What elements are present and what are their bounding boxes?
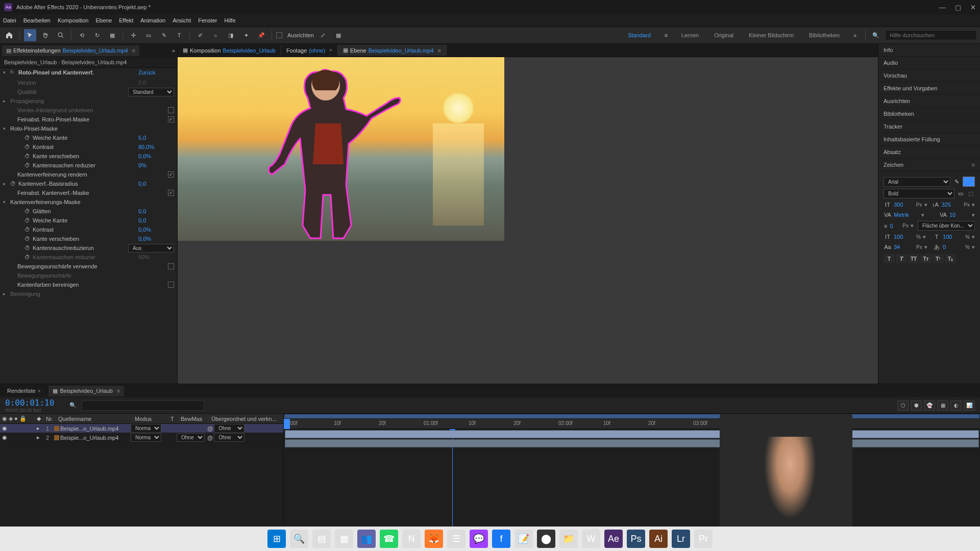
blend-mode[interactable]: Normal [131, 433, 161, 442]
menu-hilfe[interactable]: Hilfe [225, 17, 236, 23]
rect-tool[interactable]: ▭ [142, 29, 155, 41]
parent-select[interactable]: Ohne [214, 424, 244, 433]
character-panel-header[interactable]: Zeichen≡ [878, 159, 980, 171]
snap-options[interactable]: ⤢ [317, 29, 329, 41]
font-family-select[interactable]: Arial [884, 177, 950, 187]
timeline-ruler[interactable]: :00f10f20f01:00f10f20f02:00f10f20f03:00f… [284, 419, 980, 429]
eyedropper-icon[interactable]: ✎ [952, 178, 961, 186]
stroke-width[interactable]: 0 [890, 223, 900, 229]
taskbar-tasks[interactable]: ▤ [312, 530, 331, 548]
taskbar-n[interactable]: N [402, 530, 421, 548]
eraser-tool[interactable]: ◨ [225, 29, 237, 41]
text-tool[interactable]: T [173, 29, 185, 41]
prop-dropdown[interactable]: Standard [128, 88, 174, 96]
clone-tool[interactable]: ⟐ [209, 29, 222, 41]
menu-animation[interactable]: Animation [140, 17, 165, 23]
roto-tool[interactable]: ✦ [240, 29, 252, 41]
prop-value[interactable]: 5,0 [138, 135, 174, 141]
timecode[interactable]: 0:00:01:10 [0, 398, 59, 408]
prop-value[interactable]: 0,0 [138, 208, 174, 214]
draft-3d[interactable]: ⬢ [911, 400, 922, 411]
stopwatch-icon[interactable]: ⏱ [10, 181, 16, 187]
taskbar-ae[interactable]: Ae [604, 530, 623, 548]
help-search[interactable] [885, 30, 977, 40]
parent-select[interactable]: Ohne [214, 433, 244, 442]
stopwatch-icon[interactable]: ⏱ [24, 227, 31, 233]
reset-link[interactable]: Zurück [138, 69, 174, 76]
stopwatch-icon[interactable]: ⏱ [24, 254, 31, 260]
prop-dropdown[interactable]: Aus [128, 244, 174, 253]
taskbar-pr[interactable]: Pr [694, 530, 713, 548]
stroke-sw-icon[interactable]: ▭ [957, 190, 965, 198]
fx-icon[interactable]: fx [10, 69, 16, 76]
prop-value[interactable]: 50% [138, 254, 174, 260]
prop-value[interactable]: 0% [138, 162, 174, 168]
vscale[interactable]: 100 [894, 234, 914, 240]
search-icon-tl[interactable]: 🔍 [69, 402, 77, 409]
taskbar-ai[interactable]: Ai [649, 530, 668, 548]
brush-tool[interactable]: ✐ [194, 29, 206, 41]
pen-tool[interactable]: ✎ [158, 29, 170, 41]
prop-value[interactable]: 0,0 [138, 217, 174, 223]
panel-menu-icon[interactable]: ▤ [6, 47, 11, 54]
stopwatch-icon[interactable]: ⏱ [24, 245, 31, 251]
taskbar-widgets[interactable]: ▦ [335, 530, 353, 548]
taskbar-ps[interactable]: Ps [627, 530, 645, 548]
layer-row[interactable]: ◉▸1Beispie...o_Urlaub.mp4Normal@Ohne [0, 424, 283, 433]
taskbar-files[interactable]: 📁 [559, 530, 578, 548]
workspace-lernen[interactable]: Lernen [681, 32, 699, 38]
prop-value[interactable]: 0,0 [138, 181, 174, 187]
font-weight-select[interactable]: Bold [884, 189, 954, 198]
prop-checkbox[interactable] [168, 171, 174, 178]
prop-checkbox[interactable] [168, 263, 174, 269]
leading-value[interactable]: 325 [941, 202, 962, 208]
viewer-tab[interactable]: ▦Komposition Beispielvideo_Urlaub [178, 45, 281, 56]
tsume[interactable]: 0 [943, 244, 963, 250]
tab-menu-icon[interactable]: ≡ [132, 47, 135, 54]
comp-flowchart[interactable]: ⬡ [897, 400, 909, 411]
effect-controls-tab[interactable]: ▤ Effekteinstellungen Beispielvideo_Urla… [2, 45, 139, 56]
orbit-tool[interactable]: ⟲ [76, 29, 88, 41]
stopwatch-icon[interactable]: ⏱ [24, 144, 31, 150]
subscript[interactable]: T₁ [945, 254, 956, 263]
twirl-icon[interactable]: ▸ [3, 98, 8, 104]
panel-absatz[interactable]: Absatz [878, 146, 980, 159]
taskbar-teams[interactable]: 👥 [357, 530, 376, 548]
maximize-button[interactable]: ▢ [955, 4, 961, 11]
menu-bearbeiten[interactable]: Bearbeiten [23, 17, 51, 23]
minimize-button[interactable]: — [939, 4, 946, 11]
faux-bold[interactable]: T [884, 254, 895, 263]
panel-bibliotheken[interactable]: Bibliotheken [878, 108, 980, 120]
font-size[interactable]: 300 [894, 202, 914, 208]
prop-checkbox[interactable] [168, 116, 174, 122]
workspace-original[interactable]: Original [714, 32, 733, 38]
comp-timeline-tab[interactable]: ▦Beispielvideo_Urlaub≡ [48, 386, 124, 396]
all-caps[interactable]: TT [908, 254, 919, 263]
anchor-tool[interactable]: ✢ [127, 29, 139, 41]
pickwhip-icon[interactable]: @ [207, 425, 213, 432]
hand-tool[interactable] [39, 29, 52, 41]
close-tab-icon[interactable]: × [38, 388, 41, 394]
kerning[interactable]: Metrik [894, 212, 919, 218]
hscale[interactable]: 100 [943, 234, 963, 240]
layer-twirl[interactable]: ▸ [35, 425, 44, 432]
camera-tool[interactable]: ▦ [106, 29, 118, 41]
snap-grid[interactable]: ▦ [332, 29, 345, 41]
motion-blur[interactable]: ◐ [950, 400, 962, 411]
twirl-icon[interactable]: ▸ [3, 181, 8, 186]
taskbar-notes[interactable]: 📝 [514, 530, 533, 548]
menu-effekt[interactable]: Effekt [119, 17, 133, 23]
viewer-tab[interactable]: Footage (ohne)× [281, 45, 338, 56]
visibility-icon[interactable]: ◉ [2, 434, 8, 441]
search-icon[interactable]: 🔍 [870, 29, 882, 41]
panel-inhaltsbasierte-füllung[interactable]: Inhaltsbasierte Füllung [878, 133, 980, 146]
panel-info[interactable]: Info [878, 44, 980, 57]
layer-color[interactable] [54, 435, 59, 440]
pickwhip-icon[interactable]: @ [207, 435, 213, 441]
rotation-tool[interactable]: ↻ [91, 29, 103, 41]
taskbar-whatsapp[interactable]: ☎ [380, 530, 398, 548]
menu-ebene[interactable]: Ebene [95, 17, 112, 23]
menu-komposition[interactable]: Komposition [58, 17, 89, 23]
twirl-icon[interactable]: ▾ [3, 199, 8, 205]
small-caps[interactable]: Tт [920, 254, 932, 263]
